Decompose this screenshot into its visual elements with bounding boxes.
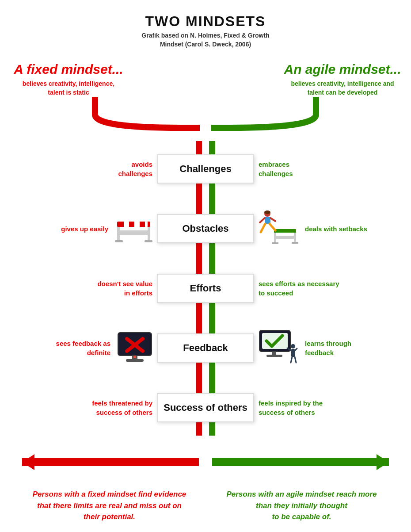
success-left: feels threatened bysuccess of others: [20, 398, 157, 417]
fixed-subtitle: believes creativity, intelligence,talent…: [9, 80, 128, 97]
svg-rect-5: [145, 222, 148, 227]
obstacles-left-text: gives up easily: [61, 224, 108, 233]
svg-rect-3: [124, 222, 129, 227]
main-title: TWO MINDSETS: [0, 13, 411, 30]
agile-subtitle: believes creativity, intelligence andtal…: [283, 80, 402, 97]
monitor-x-icon: [117, 332, 152, 364]
header: TWO MINDSETS Grafik based on N. Holmes, …: [0, 13, 411, 49]
feedback-right-text: learns throughfeedback: [305, 339, 351, 357]
svg-rect-7: [115, 240, 123, 242]
svg-line-19: [270, 224, 275, 230]
monitor-check-icon: [259, 329, 298, 367]
svg-rect-27: [126, 359, 144, 362]
svg-line-18: [261, 224, 265, 232]
svg-marker-40: [22, 454, 34, 470]
fixed-header: A fixed mindset... believes creativity, …: [9, 62, 128, 97]
efforts-left: doesn't see valuein efforts: [20, 279, 157, 298]
svg-rect-11: [274, 229, 296, 233]
bottom-section: Persons with a fixed mindset find eviden…: [0, 444, 411, 523]
svg-rect-8: [145, 240, 152, 242]
connector-svg: [9, 97, 402, 132]
challenges-left-text: avoidschallenges: [118, 160, 152, 178]
page-container: TWO MINDSETS Grafik based on N. Holmes, …: [0, 0, 411, 532]
subtitle: Grafik based on N. Holmes, Fixed & Growt…: [0, 31, 411, 49]
svg-line-38: [295, 357, 296, 363]
success-right-text: feels inspired by thesuccess of others: [259, 398, 323, 417]
agile-header: An agile mindset... believes creativity,…: [283, 62, 402, 97]
svg-rect-34: [291, 349, 295, 357]
challenges-left: avoidschallenges: [20, 160, 157, 178]
challenges-right: embraceschallenges: [254, 160, 391, 178]
efforts-row: doesn't see valuein efforts Efforts sees…: [0, 260, 411, 316]
svg-line-21: [270, 218, 275, 221]
obstacles-row: gives up easily: [0, 197, 411, 260]
svg-line-36: [295, 348, 297, 351]
svg-point-33: [291, 344, 295, 348]
success-row: feels threatened bysuccess of others Suc…: [0, 380, 411, 436]
efforts-right: sees efforts as necessaryto succeed: [254, 279, 391, 298]
obstacles-right-text: deals with setbacks: [305, 224, 367, 233]
svg-rect-31: [272, 352, 276, 355]
monitor-x-svg: [117, 332, 152, 363]
obstacles-left: gives up easily: [20, 214, 157, 244]
top-connector: [9, 97, 402, 132]
svg-rect-32: [266, 355, 282, 357]
efforts-box: Efforts: [157, 274, 254, 303]
efforts-left-text: doesn't see valuein efforts: [98, 279, 152, 298]
efforts-right-text: sees efforts as necessaryto succeed: [259, 279, 339, 298]
hurdle-red-svg: [115, 214, 152, 242]
obstacles-right: deals with setbacks: [254, 210, 391, 247]
svg-marker-42: [377, 454, 389, 470]
svg-point-28: [133, 356, 136, 358]
fixed-title: A fixed mindset...: [9, 62, 128, 77]
svg-line-37: [291, 357, 292, 363]
challenges-row: avoidschallenges Challenges embraceschal…: [0, 141, 411, 197]
arrows-svg: [9, 444, 402, 480]
bottom-fixed-text: Persons with a fixed mindset find eviden…: [18, 489, 201, 523]
bottom-texts: Persons with a fixed mindset find eviden…: [9, 480, 402, 523]
agile-title: An agile mindset...: [283, 62, 402, 77]
rows-wrapper: avoidschallenges Challenges embraceschal…: [0, 141, 411, 436]
monitor-check-svg: [259, 329, 298, 365]
arrows-row: [9, 444, 402, 480]
hurdle-jump-svg: [259, 210, 298, 245]
challenges-right-text: embraceschallenges: [259, 160, 293, 178]
success-box: Success of others: [157, 393, 254, 422]
challenges-box: Challenges: [157, 154, 254, 184]
feedback-box: Feedback: [157, 333, 254, 363]
hurdle-jump-icon: [259, 210, 298, 247]
svg-point-16: [264, 211, 270, 214]
svg-rect-4: [134, 222, 140, 227]
mindset-headers: A fixed mindset... believes creativity, …: [0, 53, 411, 97]
feedback-row: sees feedback asdefinite: [0, 316, 411, 380]
main-content: avoidschallenges Challenges embraceschal…: [0, 141, 411, 436]
success-left-text: feels threatened bysuccess of others: [92, 398, 152, 417]
svg-line-20: [260, 218, 265, 222]
svg-rect-12: [274, 236, 296, 239]
feedback-left-text: sees feedback asdefinite: [56, 339, 110, 357]
svg-rect-13: [272, 242, 278, 244]
feedback-left: sees feedback asdefinite: [20, 332, 157, 364]
success-right: feels inspired by thesuccess of others: [254, 398, 391, 417]
hurdle-left-icon: [115, 214, 152, 244]
svg-rect-6: [117, 230, 150, 235]
svg-rect-14: [292, 242, 298, 244]
bottom-agile-text: Persons with an agile mindset reach more…: [210, 489, 393, 523]
obstacles-box: Obstacles: [157, 214, 254, 243]
feedback-right: learns throughfeedback: [254, 329, 391, 367]
